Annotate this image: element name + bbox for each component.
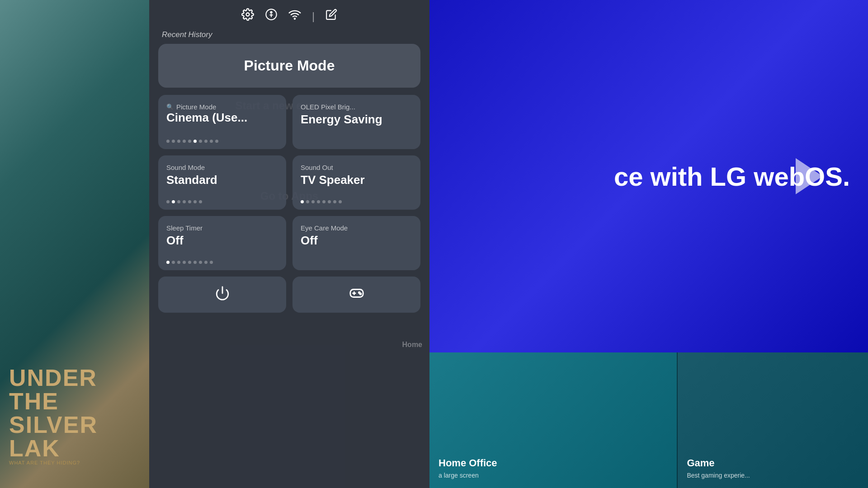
st-dot-7 bbox=[199, 261, 202, 264]
recent-history-label: Recent History bbox=[162, 30, 212, 39]
home-label: Home bbox=[402, 341, 422, 349]
picture-mode-card-value: Cinema (Use... bbox=[166, 111, 278, 125]
eye-care-value: Off bbox=[301, 234, 412, 248]
home-office-sub: a large screen bbox=[439, 472, 668, 479]
so-dot-1-active bbox=[301, 200, 304, 203]
sm-dot-2-active bbox=[172, 200, 175, 203]
accessibility-icon[interactable] bbox=[265, 8, 278, 24]
svg-point-2 bbox=[270, 12, 272, 13]
so-dot-3 bbox=[311, 200, 315, 203]
st-dot-3 bbox=[177, 261, 180, 264]
sound-mode-value: Standard bbox=[166, 173, 278, 187]
lg-webos-text: ce with LG webOS. bbox=[448, 161, 850, 192]
sound-out-label: Sound Out bbox=[301, 164, 412, 171]
sm-dot-4 bbox=[183, 200, 186, 203]
sm-dot-1 bbox=[166, 200, 170, 203]
eye-care-mode-card[interactable]: Eye Care Mode Off bbox=[292, 216, 420, 270]
sound-out-value: TV Speaker bbox=[301, 173, 412, 187]
so-dot-8 bbox=[339, 200, 342, 203]
dot-8 bbox=[204, 140, 208, 143]
st-dot-2 bbox=[172, 261, 175, 264]
st-dot-6 bbox=[193, 261, 197, 264]
right-content-area: ce with LG webOS. Home Office a large sc… bbox=[429, 0, 868, 488]
bottom-cards-row bbox=[158, 277, 420, 313]
left-movie-overlay: UNDER THE SILVER LAK WHAT ARE THEY HIDIN… bbox=[0, 0, 149, 488]
picture-mode-main-button[interactable]: Picture Mode bbox=[158, 44, 420, 88]
sleep-timer-label: Sleep Timer bbox=[166, 224, 278, 232]
so-dot-7 bbox=[333, 200, 336, 203]
home-office-card[interactable]: Home Office a large screen bbox=[429, 352, 677, 488]
divider-icon: | bbox=[312, 10, 315, 23]
eye-care-label: Eye Care Mode bbox=[301, 224, 412, 232]
picture-mode-main-label: Picture Mode bbox=[244, 57, 335, 74]
st-dot-1-active bbox=[166, 261, 170, 264]
svg-point-11 bbox=[360, 293, 361, 295]
right-bottom-section: Home Office a large screen Game Best gam… bbox=[429, 352, 868, 488]
dot-5 bbox=[188, 140, 191, 143]
game-title: Game bbox=[687, 457, 859, 469]
play-icon[interactable] bbox=[796, 158, 823, 194]
so-dot-2 bbox=[306, 200, 309, 203]
search-small-icon: 🔍 bbox=[166, 103, 174, 110]
picture-mode-dots bbox=[166, 140, 278, 143]
power-card[interactable] bbox=[158, 277, 286, 313]
sound-out-card[interactable]: Sound Out TV Speaker bbox=[292, 155, 420, 210]
game-sub: Best gaming experie... bbox=[687, 472, 859, 479]
wifi-icon[interactable] bbox=[288, 8, 301, 24]
sleep-timer-card[interactable]: Sleep Timer Off bbox=[158, 216, 286, 270]
sound-mode-label: Sound Mode bbox=[166, 164, 278, 171]
oled-card-value: Energy Saving bbox=[301, 113, 412, 127]
dot-6-active bbox=[193, 140, 197, 143]
main-quick-settings-panel: Start a new experie... Go to Apps Home bbox=[149, 0, 429, 488]
dot-2 bbox=[172, 140, 175, 143]
dot-7 bbox=[199, 140, 202, 143]
right-top-section: ce with LG webOS. bbox=[429, 0, 868, 352]
oled-pixel-card[interactable]: OLED Pixel Brig... Energy Saving bbox=[292, 95, 420, 149]
st-dot-8 bbox=[204, 261, 208, 264]
dot-10 bbox=[215, 140, 218, 143]
svg-point-0 bbox=[246, 13, 249, 16]
sm-dot-5 bbox=[188, 200, 191, 203]
movie-subtitle: WHAT ARE THEY HIDING? bbox=[9, 460, 140, 465]
oled-card-label: OLED Pixel Brig... bbox=[301, 103, 412, 111]
top-icons-row: | bbox=[241, 8, 337, 24]
st-dot-5 bbox=[188, 261, 191, 264]
settings-icon[interactable] bbox=[241, 8, 254, 24]
power-icon bbox=[215, 286, 230, 304]
sleep-timer-dots bbox=[166, 261, 278, 264]
gamepad-card[interactable] bbox=[292, 277, 420, 313]
sleep-timer-value: Off bbox=[166, 234, 278, 248]
gamepad-icon bbox=[349, 286, 364, 304]
sm-dot-3 bbox=[177, 200, 180, 203]
svg-point-5 bbox=[294, 18, 295, 19]
sm-dot-6 bbox=[193, 200, 197, 203]
home-office-title: Home Office bbox=[439, 457, 668, 469]
so-dot-4 bbox=[317, 200, 320, 203]
game-card-right[interactable]: Game Best gaming experie... bbox=[677, 352, 868, 488]
so-dot-6 bbox=[328, 200, 331, 203]
quick-settings-cards-grid: 🔍 Picture Mode Cinema (Use... bbox=[158, 95, 420, 270]
dot-1 bbox=[166, 140, 170, 143]
picture-mode-card[interactable]: 🔍 Picture Mode Cinema (Use... bbox=[158, 95, 286, 149]
edit-icon[interactable] bbox=[326, 9, 337, 23]
st-dot-4 bbox=[183, 261, 186, 264]
dot-3 bbox=[177, 140, 180, 143]
so-dot-5 bbox=[322, 200, 326, 203]
dot-4 bbox=[183, 140, 186, 143]
sm-dot-7 bbox=[199, 200, 202, 203]
movie-title: UNDER THE SILVER LAK bbox=[9, 366, 140, 460]
st-dot-9 bbox=[210, 261, 213, 264]
sound-mode-card[interactable]: Sound Mode Standard bbox=[158, 155, 286, 210]
sound-mode-dots bbox=[166, 200, 278, 203]
picture-mode-card-label: 🔍 Picture Mode bbox=[166, 103, 278, 111]
sound-out-dots bbox=[301, 200, 412, 203]
dot-9 bbox=[210, 140, 213, 143]
